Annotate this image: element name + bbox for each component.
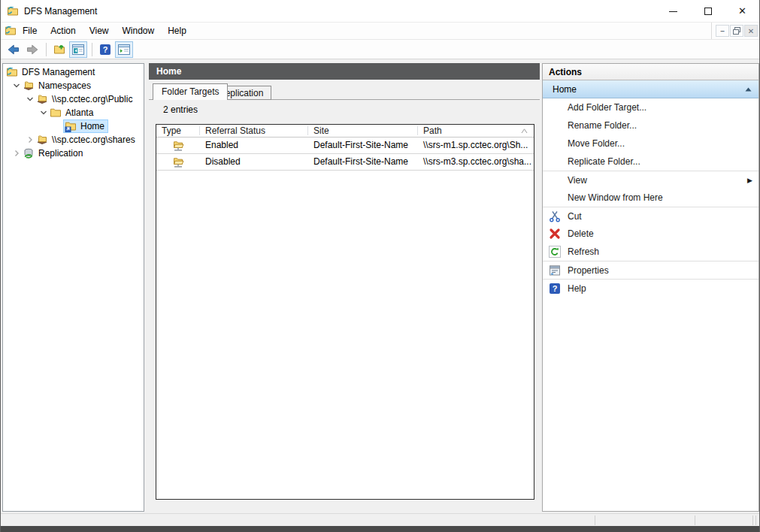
action-label: Cut bbox=[568, 211, 582, 222]
statusbar-separator bbox=[595, 515, 595, 525]
menu-view[interactable]: View bbox=[83, 23, 116, 40]
action-rename-folder[interactable]: Rename Folder... bbox=[543, 116, 758, 135]
action-move-folder[interactable]: Move Folder... bbox=[543, 135, 758, 153]
toolbar-separator bbox=[46, 43, 47, 56]
menu-bar: FileActionViewWindowHelp – ✕ bbox=[1, 23, 759, 40]
menu-file[interactable]: File bbox=[16, 23, 44, 40]
cut-icon bbox=[549, 210, 561, 222]
tree-item-sp-cctec-org-shares[interactable]: \\sp.cctec.org\shares bbox=[3, 133, 144, 147]
toolbar-action-pane-toggle-button[interactable] bbox=[115, 41, 133, 58]
forward-arrow-icon bbox=[26, 44, 38, 56]
toolbar-help-button[interactable]: ? bbox=[96, 41, 114, 58]
tree-item-dfs-management[interactable]: DFS Management bbox=[3, 65, 144, 79]
toolbar-back-arrow-button[interactable] bbox=[5, 41, 23, 58]
chevron-expanded-icon[interactable] bbox=[24, 93, 36, 105]
tree-item-label: \\sp.cctec.org\Public bbox=[50, 93, 134, 105]
action-delete[interactable]: Delete bbox=[543, 225, 758, 243]
dfs-console-icon bbox=[5, 25, 17, 37]
table-row[interactable]: DisabledDefault-First-Site-Name\\srs-m3.… bbox=[156, 154, 534, 171]
tree-item-replication[interactable]: Replication bbox=[3, 147, 144, 160]
mdi-close-button[interactable]: ✕ bbox=[744, 25, 758, 37]
namespaces-icon bbox=[23, 80, 35, 92]
chevron-collapsed-icon[interactable] bbox=[24, 134, 36, 146]
site-cell: Default-First-Site-Name bbox=[308, 154, 418, 170]
collapse-arrow-icon[interactable] bbox=[745, 87, 752, 92]
statusbar-grip bbox=[752, 515, 753, 525]
table-row[interactable]: EnabledDefault-First-Site-Name\\srs-m1.s… bbox=[156, 138, 534, 154]
minimize-button[interactable] bbox=[656, 0, 690, 23]
dfs-console-icon bbox=[6, 66, 18, 78]
mdi-restore-button[interactable] bbox=[730, 25, 743, 37]
tree-item-atlanta[interactable]: Atlanta bbox=[3, 106, 144, 119]
action-label: Move Folder... bbox=[568, 138, 625, 149]
column-header-referral-status[interactable]: Referral Status bbox=[200, 125, 308, 137]
folder-target-icon bbox=[172, 156, 184, 168]
tree-item-label: Replication bbox=[37, 147, 84, 159]
svg-text:?: ? bbox=[553, 284, 558, 293]
delete-icon bbox=[549, 228, 561, 240]
menu-action[interactable]: Action bbox=[44, 23, 82, 40]
column-header-path[interactable]: Path bbox=[418, 125, 534, 137]
tab-folder-targets[interactable]: Folder Targets bbox=[153, 83, 228, 100]
title-bar: DFS Management ✕ bbox=[1, 0, 759, 23]
chevron-collapsed-icon[interactable] bbox=[11, 147, 23, 159]
menu-help[interactable]: Help bbox=[161, 23, 193, 40]
action-label: Delete bbox=[568, 228, 594, 239]
table-body: EnabledDefault-First-Site-Name\\srs-m1.s… bbox=[156, 138, 534, 171]
menu-items: FileActionViewWindowHelp bbox=[16, 23, 193, 40]
tree-selection: Home bbox=[63, 119, 108, 133]
column-header-site[interactable]: Site bbox=[308, 125, 418, 137]
status-bar bbox=[1, 513, 759, 526]
action-refresh[interactable]: Refresh bbox=[543, 243, 758, 261]
column-header-label: Site bbox=[313, 125, 329, 136]
console-tree-toggle-icon bbox=[72, 44, 84, 56]
statusbar-grip bbox=[755, 515, 756, 525]
table-header: TypeReferral StatusSitePath bbox=[156, 125, 534, 138]
folder-target-icon bbox=[172, 140, 184, 152]
tree-item-label: Atlanta bbox=[64, 107, 95, 119]
actions-group-header[interactable]: Home bbox=[543, 80, 758, 98]
referral-status-cell: Enabled bbox=[200, 138, 308, 153]
action-new-window-from-here[interactable]: New Window from Here bbox=[543, 189, 758, 207]
refresh-icon bbox=[549, 246, 561, 258]
column-header-label: Type bbox=[162, 125, 181, 136]
dfs-console-icon bbox=[7, 5, 19, 17]
toolbar-export-folder-button[interactable] bbox=[50, 41, 68, 58]
restore-icon bbox=[733, 27, 740, 35]
tree-item-home[interactable]: Home bbox=[3, 119, 144, 133]
menu-window[interactable]: Window bbox=[116, 23, 162, 40]
column-header-type[interactable]: Type bbox=[156, 125, 200, 137]
action-properties[interactable]: Properties bbox=[543, 261, 758, 279]
path-cell: \\srs-m3.sp.cctec.org\sha... bbox=[418, 154, 534, 170]
action-label: Help bbox=[568, 283, 586, 294]
chevron-expanded-icon[interactable] bbox=[38, 107, 50, 119]
actions-list: Add Folder Target...Rename Folder...Move… bbox=[543, 98, 758, 297]
mdi-window-controls: – ✕ bbox=[716, 25, 758, 37]
sort-indicator-icon bbox=[521, 128, 528, 134]
mdi-minimize-button[interactable]: – bbox=[716, 25, 729, 37]
action-add-folder-target[interactable]: Add Folder Target... bbox=[543, 98, 758, 116]
toolbar-console-tree-toggle-button[interactable] bbox=[69, 41, 87, 58]
toolbar: ? bbox=[1, 40, 759, 59]
toolbar-forward-arrow-button[interactable] bbox=[23, 41, 41, 58]
action-cut[interactable]: Cut bbox=[543, 207, 758, 225]
tree-item-namespaces[interactable]: Namespaces bbox=[3, 79, 144, 92]
actions-pane: Actions Home Add Folder Target...Rename … bbox=[542, 63, 759, 512]
path-cell: \\srs-m1.sp.cctec.org\Sh... bbox=[418, 138, 534, 153]
tab-strip: Folder Targets Replication bbox=[149, 83, 540, 100]
action-view[interactable]: View▶ bbox=[543, 171, 758, 189]
close-button[interactable]: ✕ bbox=[725, 0, 759, 23]
action-replicate-folder[interactable]: Replicate Folder... bbox=[543, 153, 758, 171]
action-help[interactable]: ?Help bbox=[543, 279, 758, 297]
action-label: Rename Folder... bbox=[568, 120, 637, 131]
action-label: Properties bbox=[568, 265, 609, 276]
tree-item-label: DFS Management bbox=[20, 66, 96, 78]
action-label: Refresh bbox=[568, 246, 599, 257]
action-pane-toggle-icon bbox=[118, 44, 130, 56]
maximize-button[interactable] bbox=[691, 0, 725, 23]
folder-icon bbox=[50, 107, 62, 119]
svg-text:?: ? bbox=[103, 45, 108, 54]
tree-item-sp-cctec-org-public[interactable]: \\sp.cctec.org\Public bbox=[3, 92, 144, 106]
back-arrow-icon bbox=[8, 44, 20, 56]
chevron-expanded-icon[interactable] bbox=[11, 80, 23, 92]
